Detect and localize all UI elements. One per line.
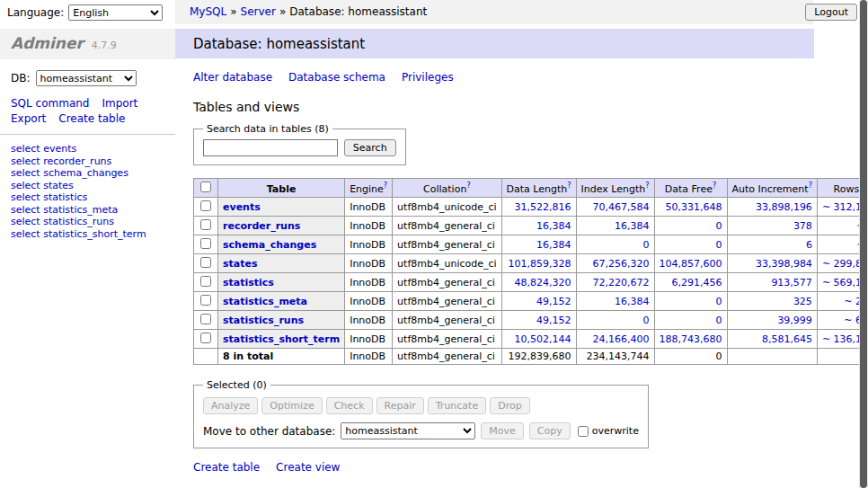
auto-increment-link[interactable]: 913,577	[771, 277, 812, 288]
data-length-link[interactable]: 16,384	[536, 220, 571, 232]
data-free-link[interactable]: 0	[716, 220, 722, 232]
index-length-link[interactable]: 70,467,584	[593, 201, 650, 213]
breadcrumb-mysql-link[interactable]: MySQL	[190, 5, 226, 18]
row-checkbox[interactable]	[200, 238, 211, 249]
table-name-link[interactable]: recorder_runs	[223, 220, 300, 232]
column-help-link[interactable]: ?	[713, 182, 716, 190]
data-free-link[interactable]: 0	[716, 239, 722, 251]
selected-action-button[interactable]: Repair	[376, 397, 424, 414]
database-action-link[interactable]: Privileges	[402, 71, 454, 84]
auto-increment-link[interactable]: 39,999	[777, 315, 812, 326]
sidebar-select-table-link[interactable]: select schema_changes	[11, 168, 164, 180]
table-name-link[interactable]: statistics	[223, 277, 274, 288]
index-length-link[interactable]: 0	[643, 239, 650, 251]
create-link[interactable]: Create view	[276, 461, 340, 474]
selected-action-button[interactable]: Analyze	[203, 397, 258, 414]
table-name-link[interactable]: states	[223, 258, 258, 270]
db-select[interactable]: homeassistant	[36, 70, 137, 86]
selected-action-button[interactable]: Drop	[490, 397, 529, 414]
total-data-length: 192,839,680	[501, 349, 576, 365]
sidebar-command-link[interactable]: Import	[102, 97, 137, 110]
column-header-label: Engine	[350, 182, 384, 194]
row-checkbox[interactable]	[200, 295, 211, 306]
engine-cell: InnoDB	[345, 330, 393, 349]
sidebar-command-link[interactable]: Export	[11, 112, 46, 125]
data-length-link[interactable]: 31,522,816	[515, 201, 571, 213]
column-header-label: Collation	[423, 182, 466, 194]
row-checkbox[interactable]	[200, 200, 211, 211]
breadcrumb-server-link[interactable]: Server	[241, 5, 276, 18]
search-button[interactable]: Search	[344, 139, 396, 156]
sidebar-command-link[interactable]: SQL command	[11, 97, 89, 110]
language-select[interactable]: English	[68, 4, 163, 21]
column-help-link[interactable]: ?	[809, 182, 812, 190]
overwrite-checkbox[interactable]	[578, 426, 589, 437]
database-action-link[interactable]: Alter database	[193, 71, 272, 84]
search-input[interactable]	[203, 139, 338, 156]
sidebar-command-link[interactable]: Create table	[58, 112, 125, 125]
column-help-link[interactable]: ?	[567, 182, 571, 190]
data-free-link[interactable]: 6,291,456	[672, 277, 722, 288]
table-name-cell: statistics	[218, 273, 345, 292]
collation-cell: utf8mb4_general_ci	[393, 235, 501, 254]
data-length-link[interactable]: 49,152	[536, 296, 571, 307]
sidebar-select-table-link[interactable]: select statistics_meta	[11, 205, 164, 217]
scrollbar-thumb[interactable]	[860, 0, 867, 488]
index-length-link[interactable]: 24,166,400	[593, 333, 650, 345]
move-database-select[interactable]: homeassistant	[341, 422, 475, 439]
data-free-link[interactable]: 0	[716, 296, 722, 307]
table-name-link[interactable]: schema_changes	[223, 239, 316, 251]
logout-button[interactable]: Logout	[805, 4, 857, 21]
index-length-link[interactable]: 16,384	[615, 220, 650, 232]
data-free-link[interactable]: 188,743,680	[660, 333, 722, 345]
sidebar-select-table-link[interactable]: select states	[11, 181, 164, 192]
sidebar-select-table-link[interactable]: select events	[11, 144, 164, 155]
data-free-link[interactable]: 104,857,600	[660, 258, 722, 270]
selected-action-button[interactable]: Optimize	[261, 397, 322, 414]
row-checkbox[interactable]	[200, 314, 211, 324]
auto-increment-link[interactable]: 6	[806, 239, 812, 251]
data-length-link[interactable]: 49,152	[536, 315, 571, 326]
database-action-link[interactable]: Database schema	[288, 71, 385, 84]
data-length-link[interactable]: 16,384	[536, 239, 571, 251]
sidebar-select-table-link[interactable]: select statistics	[11, 192, 164, 204]
data-length-cell: 101,859,328	[501, 254, 576, 273]
data-length-link[interactable]: 101,859,328	[509, 258, 571, 270]
data-length-link[interactable]: 48,824,320	[515, 277, 571, 288]
vertical-scrollbar[interactable]	[859, 0, 868, 488]
column-help-link[interactable]: ?	[384, 182, 387, 190]
sidebar-select-table-link[interactable]: select statistics_short_term	[11, 229, 164, 241]
row-checkbox[interactable]	[200, 333, 211, 343]
column-help-link[interactable]: ?	[645, 182, 649, 190]
data-length-link[interactable]: 10,502,144	[515, 333, 571, 345]
select-all-checkbox[interactable]	[200, 182, 211, 192]
data-free-link[interactable]: 0	[716, 315, 722, 326]
data-free-link[interactable]: 50,331,648	[666, 201, 722, 213]
row-checkbox[interactable]	[200, 219, 211, 230]
copy-button[interactable]: Copy	[529, 422, 571, 439]
table-name-link[interactable]: statistics_runs	[223, 315, 304, 326]
row-checkbox[interactable]	[200, 276, 211, 287]
selected-action-button[interactable]: Check	[326, 397, 373, 414]
data-length-cell: 16,384	[501, 235, 576, 254]
move-button[interactable]: Move	[481, 422, 524, 439]
sidebar-select-table-link[interactable]: select recorder_runs	[11, 156, 164, 168]
row-checkbox[interactable]	[200, 257, 211, 268]
sidebar-select-table-link[interactable]: select statistics_runs	[11, 217, 164, 228]
index-length-link[interactable]: 72,220,672	[593, 277, 650, 288]
auto-increment-link[interactable]: 378	[793, 220, 812, 232]
auto-increment-link[interactable]: 325	[793, 296, 812, 307]
table-name-link[interactable]: events	[223, 201, 261, 213]
auto-increment-link[interactable]: 33,398,984	[756, 258, 812, 270]
column-help-link[interactable]: ?	[466, 182, 470, 190]
index-length-link[interactable]: 16,384	[615, 296, 650, 307]
table-name-link[interactable]: statistics_meta	[223, 296, 307, 307]
index-length-link[interactable]: 0	[643, 315, 650, 326]
auto-increment-link[interactable]: 33,898,196	[756, 201, 812, 213]
create-link[interactable]: Create table	[193, 461, 260, 474]
selected-action-button[interactable]: Truncate	[428, 397, 486, 414]
auto-increment-link[interactable]: 8,581,645	[762, 333, 812, 345]
index-length-link[interactable]: 67,256,320	[593, 258, 650, 270]
table-name-link[interactable]: statistics_short_term	[223, 333, 340, 345]
row-checkbox-cell	[194, 311, 218, 330]
